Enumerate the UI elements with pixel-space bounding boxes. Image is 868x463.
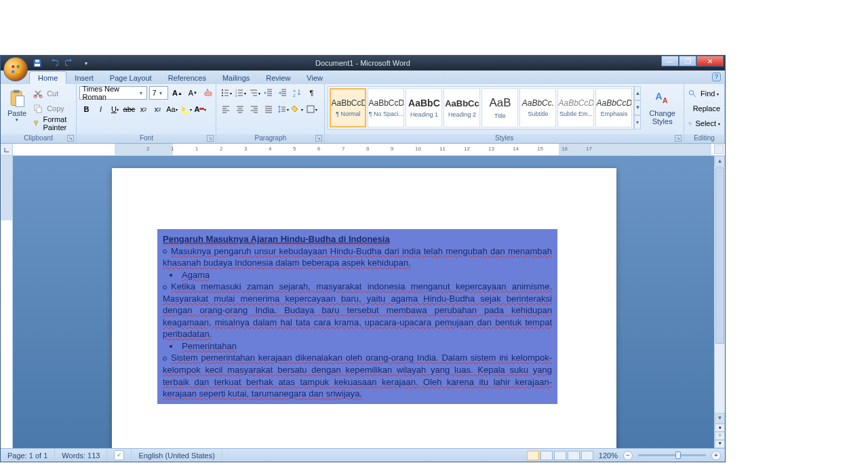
style-emphasis[interactable]: AaBbCcDEmphasis [595,88,632,127]
align-left-button[interactable] [219,102,233,116]
save-icon[interactable] [32,58,43,68]
vertical-scrollbar[interactable]: ▲ ▼ ▴ ○ ▾ [714,156,725,448]
superscript-button[interactable]: x2 [151,102,164,116]
horizontal-ruler[interactable]: 211234567891011121314151617 [115,144,711,156]
zoom-out-button[interactable]: − [623,451,633,460]
style-heading2[interactable]: AaBbCcHeading 2 [443,88,480,127]
view-full-screen[interactable] [540,451,553,460]
qat-customize-icon[interactable]: ▾ [81,58,92,68]
close-button[interactable]: ✕ [696,56,724,66]
gallery-up[interactable]: ▲ [634,86,641,100]
office-button[interactable] [3,57,28,81]
font-size-combo[interactable]: 7▾ [149,86,168,100]
status-page[interactable]: Page: 1 of 1 [1,449,55,462]
change-styles-button[interactable]: AA Change Styles [644,86,681,128]
status-language[interactable]: English (United States) [132,449,222,462]
style-normal[interactable]: AaBbCcDd¶ Normal [330,88,366,127]
indent-icon [278,88,288,98]
tab-selector[interactable] [1,144,13,156]
italic-button[interactable]: I [94,102,107,116]
increase-indent-button[interactable] [276,86,290,100]
prev-page-button[interactable]: ▴ [715,424,725,432]
paste-button[interactable]: Paste ▾ [3,86,31,125]
undo-icon[interactable] [48,58,59,68]
browse-object-button[interactable]: ○ [715,432,725,440]
help-icon[interactable]: ? [712,73,721,81]
tab-view[interactable]: View [298,72,331,84]
document-page[interactable]: a.blogspot.con Pengaruh Masuknya Ajaran … [112,168,616,448]
subscript-button[interactable]: x2 [136,102,150,116]
maximize-button[interactable]: ❐ [679,56,696,66]
select-button[interactable]: Select▾ [687,116,722,131]
paragraph-launcher[interactable]: ↘ [315,135,322,142]
zoom-knob[interactable] [675,451,681,459]
change-case-button[interactable]: Aa▾ [165,102,178,116]
replace-button[interactable]: abacReplace [687,101,722,116]
view-print-layout[interactable] [527,451,539,460]
show-marks-button[interactable]: ¶ [304,86,318,100]
zoom-slider[interactable] [638,454,706,456]
decrease-indent-button[interactable] [262,86,275,100]
tab-references[interactable]: References [160,72,214,84]
tab-home[interactable]: Home [29,71,66,84]
zoom-level[interactable]: 120% [599,451,618,460]
next-page-button[interactable]: ▾ [715,440,725,448]
scroll-thumb[interactable] [715,167,724,344]
highlight-button[interactable]: ▾ [179,102,193,116]
style-heading1[interactable]: AaBbCHeading 1 [406,88,442,127]
minimize-button[interactable]: — [661,56,679,66]
document-area: a.blogspot.con Pengaruh Masuknya Ajaran … [1,156,714,448]
svg-point-23 [222,95,223,96]
bullets-button[interactable]: ▾ [219,86,233,100]
view-web-layout[interactable] [554,451,566,460]
clipboard-launcher[interactable]: ↘ [67,135,74,142]
tab-page-layout[interactable]: Page Layout [102,72,160,84]
cut-button[interactable]: Cut [32,86,73,101]
justify-button[interactable] [262,102,275,116]
style-no-spacing[interactable]: AaBbCcDd¶ No Spaci... [368,88,404,127]
tab-mailings[interactable]: Mailings [214,72,258,84]
font-launcher[interactable]: ↘ [207,135,214,142]
scroll-up-button[interactable]: ▲ [715,156,725,167]
find-button[interactable]: Find▾ [687,86,722,101]
gallery-more[interactable]: ▾ [634,115,641,129]
view-ruler-toggle[interactable] [714,144,724,154]
grow-font-button[interactable]: A▲ [170,86,184,100]
sort-button[interactable]: AZ [290,86,304,100]
view-outline[interactable] [568,451,580,460]
bullet-icon [170,345,172,348]
numbering-button[interactable]: 123▾ [233,86,247,100]
underline-button[interactable]: U▾ [108,102,121,116]
status-spellcheck[interactable]: ✓ [107,449,132,462]
clear-formatting-button[interactable]: A [201,86,215,100]
view-draft[interactable] [581,451,593,460]
svg-point-66 [689,90,694,95]
copy-button[interactable]: Copy [32,101,73,116]
style-subtitle[interactable]: AaBbCc.Subtitle [519,88,556,127]
vertical-ruler[interactable] [1,156,13,448]
tab-review[interactable]: Review [258,72,298,84]
font-name-combo[interactable]: Times New Roman▾ [79,86,147,100]
status-words[interactable]: Words: 113 [55,449,107,462]
spacing-button[interactable]: ▾ [276,102,290,116]
align-center-button[interactable] [233,102,247,116]
tab-insert[interactable]: Insert [66,72,102,84]
redo-icon[interactable] [64,58,75,68]
styles-launcher[interactable]: ↘ [675,135,682,142]
style-gallery[interactable]: AaBbCcDd¶ Normal AaBbCcDd¶ No Spaci... A… [328,86,634,129]
gallery-down[interactable]: ▼ [634,100,641,115]
multilevel-button[interactable]: ▾ [248,86,261,100]
borders-button[interactable]: ▾ [304,102,318,116]
shrink-font-button[interactable]: A▼ [186,86,199,100]
bold-button[interactable]: B [79,102,93,116]
font-color-button[interactable]: A▾ [193,102,207,116]
scroll-track[interactable] [715,167,725,413]
style-subtle-emphasis[interactable]: AaBbCcDdSubtle Em... [557,88,594,127]
style-title[interactable]: AaBTitle [481,88,518,127]
align-right-button[interactable] [248,102,261,116]
zoom-in-button[interactable]: + [711,451,721,460]
strikethrough-button[interactable]: abc [122,102,136,116]
scroll-down-button[interactable]: ▼ [715,413,725,424]
shading-button[interactable]: ▾ [290,102,304,116]
format-painter-button[interactable]: Format Painter [32,116,73,131]
